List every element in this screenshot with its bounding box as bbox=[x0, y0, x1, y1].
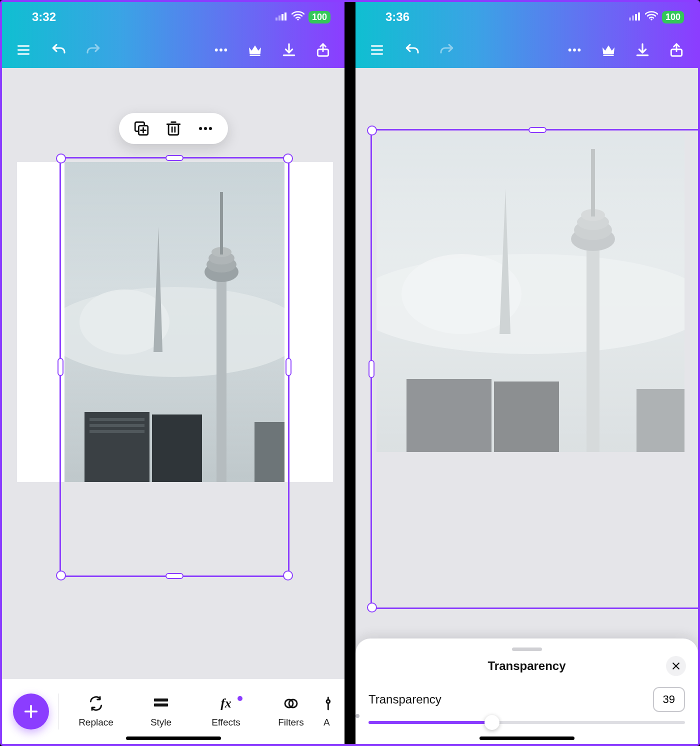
svg-point-60 bbox=[573, 48, 576, 52]
svg-point-50 bbox=[326, 700, 330, 704]
svg-point-55 bbox=[650, 18, 652, 20]
tool-label: Replace bbox=[78, 717, 114, 728]
replace-icon bbox=[88, 695, 104, 712]
selection-context-menu bbox=[119, 113, 228, 144]
svg-point-61 bbox=[578, 48, 580, 52]
tool-replace[interactable]: Replace bbox=[64, 695, 128, 728]
effects-icon: fx bbox=[220, 695, 232, 712]
sheet-close-button[interactable] bbox=[666, 656, 686, 676]
add-element-button[interactable] bbox=[13, 694, 49, 730]
status-time: 3:36 bbox=[386, 10, 410, 24]
new-badge-dot bbox=[238, 696, 242, 701]
filters-icon bbox=[283, 695, 299, 712]
transparency-value-input[interactable]: 39 bbox=[653, 687, 685, 712]
wifi-icon bbox=[292, 10, 304, 24]
more-button[interactable] bbox=[210, 40, 232, 60]
sheet-grabber[interactable] bbox=[512, 648, 542, 651]
context-more-button[interactable] bbox=[197, 120, 214, 137]
header: 3:32 100 bbox=[2, 2, 344, 68]
share-button[interactable] bbox=[312, 40, 334, 60]
svg-rect-46 bbox=[154, 704, 168, 706]
transparency-label: Transparency bbox=[368, 692, 442, 706]
resize-handle-bl[interactable] bbox=[56, 570, 66, 580]
bottom-toolbar: Replace Style fx Effects Filters bbox=[2, 679, 344, 744]
resize-handle-left[interactable] bbox=[58, 358, 64, 376]
screenshot-divider bbox=[348, 2, 352, 744]
undo-button[interactable] bbox=[402, 40, 422, 60]
cellular-icon bbox=[629, 10, 641, 24]
status-indicators: 100 bbox=[276, 10, 330, 24]
screenshot-left: 3:32 100 bbox=[2, 2, 344, 744]
status-time: 3:32 bbox=[32, 10, 56, 24]
svg-rect-45 bbox=[154, 698, 168, 702]
header: 3:36 100 bbox=[356, 2, 698, 68]
resize-handle-tl[interactable] bbox=[56, 154, 66, 164]
resize-handle-tr[interactable] bbox=[283, 154, 293, 164]
delete-button[interactable] bbox=[165, 120, 182, 137]
slider-min-tick bbox=[356, 714, 360, 718]
duplicate-button[interactable] bbox=[133, 120, 150, 137]
resize-handle-left[interactable] bbox=[368, 360, 374, 378]
battery-badge: 100 bbox=[662, 11, 684, 24]
redo-button[interactable] bbox=[83, 40, 104, 60]
more-button[interactable] bbox=[564, 40, 585, 60]
style-icon bbox=[153, 695, 169, 712]
home-indicator bbox=[480, 736, 574, 740]
svg-rect-0 bbox=[276, 18, 278, 20]
battery-badge: 100 bbox=[308, 11, 330, 24]
menu-button[interactable] bbox=[366, 40, 388, 60]
tool-label: A bbox=[324, 717, 330, 728]
menu-button[interactable] bbox=[13, 40, 34, 60]
svg-rect-52 bbox=[632, 16, 634, 20]
adjust-icon bbox=[324, 695, 336, 712]
svg-rect-3 bbox=[284, 12, 286, 20]
resize-handle-top[interactable] bbox=[166, 155, 184, 161]
resize-handle-br[interactable] bbox=[283, 570, 293, 580]
resize-handle-right[interactable] bbox=[286, 358, 292, 376]
tool-adjust-partial[interactable]: A bbox=[324, 695, 344, 728]
premium-crown-icon[interactable] bbox=[244, 40, 266, 60]
svg-rect-11 bbox=[250, 54, 260, 56]
resize-handle-top[interactable] bbox=[528, 127, 546, 133]
selection-frame[interactable] bbox=[60, 157, 290, 577]
status-bar: 3:32 100 bbox=[2, 2, 344, 32]
selection-frame[interactable] bbox=[370, 129, 698, 609]
transparency-sheet: Transparency Transparency 39 bbox=[356, 638, 698, 744]
resize-handle-bl[interactable] bbox=[367, 602, 377, 612]
sheet-title: Transparency bbox=[488, 659, 566, 673]
svg-rect-51 bbox=[629, 18, 631, 20]
svg-rect-54 bbox=[638, 12, 640, 20]
tool-label: Filters bbox=[278, 717, 304, 728]
svg-point-8 bbox=[215, 48, 218, 52]
svg-point-59 bbox=[568, 48, 572, 52]
tool-filters[interactable]: Filters bbox=[258, 695, 324, 728]
resize-handle-bottom[interactable] bbox=[166, 573, 184, 579]
resize-handle-tl[interactable] bbox=[367, 126, 377, 136]
canvas-area[interactable] bbox=[2, 68, 344, 679]
tool-style[interactable]: Style bbox=[128, 695, 194, 728]
undo-button[interactable] bbox=[48, 40, 69, 60]
svg-point-9 bbox=[220, 48, 222, 52]
slider-thumb[interactable] bbox=[484, 715, 500, 730]
download-button[interactable] bbox=[632, 40, 653, 60]
wifi-icon bbox=[645, 10, 658, 24]
canvas-area[interactable]: Transparency Transparency 39 bbox=[356, 68, 698, 744]
svg-point-40 bbox=[198, 127, 202, 130]
svg-point-42 bbox=[208, 127, 212, 130]
svg-rect-62 bbox=[603, 54, 614, 56]
cellular-icon bbox=[276, 10, 288, 24]
tool-label: Style bbox=[150, 717, 172, 728]
screenshot-right: 3:36 100 bbox=[356, 2, 698, 744]
svg-rect-1 bbox=[278, 16, 280, 20]
svg-point-41 bbox=[204, 127, 206, 130]
tool-effects[interactable]: fx Effects bbox=[194, 695, 258, 728]
redo-button[interactable] bbox=[436, 40, 458, 60]
status-bar: 3:36 100 bbox=[356, 2, 698, 32]
premium-crown-icon[interactable] bbox=[598, 40, 619, 60]
app-bar bbox=[2, 32, 344, 68]
svg-point-4 bbox=[297, 18, 299, 20]
transparency-slider[interactable] bbox=[356, 721, 698, 724]
download-button[interactable] bbox=[278, 40, 300, 60]
share-button[interactable] bbox=[666, 40, 687, 60]
tool-label: Effects bbox=[212, 717, 240, 728]
